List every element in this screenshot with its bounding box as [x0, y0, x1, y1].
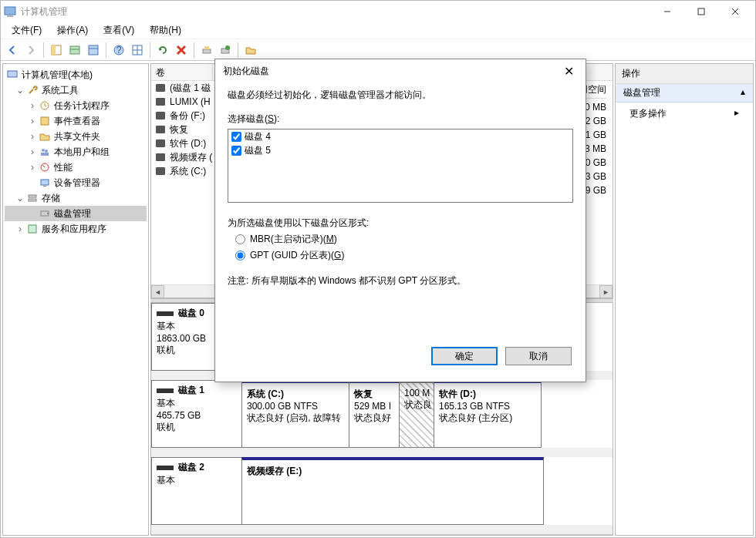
partition-name: 恢复 [354, 388, 394, 401]
tree-eventviewer[interactable]: ›事件查看器 [5, 113, 147, 129]
volume-name: 视频缓存 ( [170, 151, 212, 164]
properties-button[interactable] [66, 42, 83, 59]
maximize-button[interactable] [684, 1, 718, 22]
submenu-arrow-icon: ▸ [734, 107, 739, 118]
collapse-icon[interactable]: ⌄ [15, 193, 25, 203]
partition-name: 视频缓存 (E:) [247, 465, 538, 478]
volume-name: LUMIX (H [170, 96, 211, 107]
refresh-button[interactable] [154, 42, 171, 59]
partition[interactable]: 软件 (D:)165.13 GB NTFS状态良好 (主分区) [434, 380, 542, 448]
partition-status: 状态良好 (启动, 故障转 [247, 412, 344, 425]
disk-row[interactable]: 磁盘 2基本视频缓存 (E:) [151, 457, 613, 534]
titlebar: 计算机管理 [1, 1, 755, 22]
partition-status: 状态良好 [354, 412, 394, 425]
mbr-label: MBR(主启动记录)(M) [250, 233, 337, 246]
partition-area: 系统 (C:)300.00 GB NTFS状态良好 (启动, 故障转恢复529 … [242, 380, 613, 448]
volume-name: (磁盘 1 磁 [170, 82, 211, 95]
action-button-2[interactable] [217, 42, 234, 59]
expand-icon[interactable]: › [15, 224, 25, 234]
detail-button[interactable] [129, 42, 146, 59]
disk-row[interactable]: 磁盘 1基本465.75 GB联机系统 (C:)300.00 GB NTFS状态… [151, 380, 613, 457]
tree-pane[interactable]: 计算机管理(本地) ⌄系统工具 ›任务计划程序 ›事件查看器 ›共享文件夹 ›本… [2, 63, 149, 536]
action-button-1[interactable] [198, 42, 215, 59]
partition-style-label: 为所选磁盘使用以下磁盘分区形式: [228, 217, 573, 230]
disk-checkbox[interactable] [231, 132, 241, 142]
show-hide-tree-button[interactable] [48, 42, 65, 59]
actions-pane: 操作 磁盘管理 ▴ 更多操作 ▸ [615, 63, 754, 536]
partition-size: 529 MB I [354, 401, 394, 412]
partition-status: 状态良好 (主分区) [439, 412, 536, 425]
actions-more-label: 更多操作 [629, 108, 667, 119]
cancel-button[interactable]: 取消 [505, 347, 572, 365]
menu-file[interactable]: 文件(F) [4, 22, 49, 39]
tree-scheduler[interactable]: ›任务计划程序 [5, 98, 147, 113]
tree-storage[interactable]: ⌄存储 [5, 190, 147, 206]
open-button[interactable] [242, 42, 259, 59]
collapse-arrow-icon: ▴ [741, 86, 745, 99]
menu-help[interactable]: 帮助(H) [142, 22, 189, 39]
gpt-radio-row[interactable]: GPT (GUID 分区表)(G) [235, 249, 573, 262]
disk-check-row[interactable]: 磁盘 4 [228, 129, 572, 143]
minimize-button[interactable] [650, 1, 684, 22]
tree-services[interactable]: ›服务和应用程序 [5, 221, 147, 237]
disk-label: 磁盘 1 [178, 384, 204, 397]
close-button[interactable] [718, 1, 752, 22]
volume-icon [156, 153, 165, 161]
tree-devicemgr[interactable]: 设备管理器 [5, 175, 147, 190]
toolbar-separator [106, 42, 106, 58]
svg-rect-10 [89, 45, 98, 55]
view-button[interactable] [85, 42, 102, 59]
forward-button[interactable] [22, 42, 39, 59]
partition[interactable]: 视频缓存 (E:) [241, 457, 544, 525]
dialog-close-button[interactable]: ✕ [559, 64, 578, 79]
gpt-radio[interactable] [235, 251, 245, 261]
disk-check-row[interactable]: 磁盘 5 [228, 143, 572, 157]
scroll-right-icon[interactable]: ► [599, 285, 613, 298]
expand-icon[interactable]: › [28, 162, 37, 173]
actions-more[interactable]: 更多操作 ▸ [616, 103, 753, 125]
disk-checklist[interactable]: 磁盘 4 磁盘 5 [228, 129, 573, 203]
delete-button[interactable] [173, 42, 190, 59]
disk-info[interactable]: 磁盘 2基本 [151, 457, 242, 525]
tree-label: 存储 [42, 192, 60, 205]
tree-diskmgmt[interactable]: 磁盘管理 [5, 206, 147, 221]
dialog-titlebar: 初始化磁盘 ✕ [215, 59, 586, 82]
disk-checkbox[interactable] [231, 146, 241, 156]
disk-status: 联机 [157, 421, 237, 434]
ok-button[interactable]: 确定 [431, 347, 498, 365]
collapse-icon[interactable]: ⌄ [15, 85, 25, 96]
tree-localusers[interactable]: ›本地用户和组 [5, 144, 147, 160]
mbr-radio-row[interactable]: MBR(主启动记录)(M) [235, 233, 573, 246]
tree-root[interactable]: 计算机管理(本地) [5, 67, 147, 82]
disk-info[interactable]: 磁盘 1基本465.75 GB联机 [151, 380, 242, 448]
svg-point-27 [45, 150, 48, 153]
legend: 未分配 主分区 [151, 534, 613, 536]
svg-point-26 [42, 149, 45, 152]
expand-icon[interactable]: › [28, 131, 37, 142]
volume-icon [156, 140, 165, 147]
partition[interactable]: 恢复529 MB I状态良好 [349, 380, 400, 448]
disk-check-label: 磁盘 4 [245, 130, 271, 143]
help-button[interactable]: ? [110, 42, 127, 59]
menu-action[interactable]: 操作(A) [49, 22, 96, 39]
tree-performance[interactable]: ›性能 [5, 160, 147, 175]
dialog-title: 初始化磁盘 [223, 65, 559, 78]
menu-view[interactable]: 查看(V) [96, 22, 142, 39]
computer-icon [6, 69, 19, 81]
partition[interactable]: 100 M状态良 [399, 380, 434, 448]
partition[interactable]: 系统 (C:)300.00 GB NTFS状态良好 (启动, 故障转 [241, 380, 349, 448]
scroll-left-icon[interactable]: ◄ [151, 285, 164, 298]
back-button[interactable] [4, 42, 21, 59]
disk-icon [39, 207, 51, 220]
expand-icon[interactable]: › [28, 146, 37, 157]
mbr-radio[interactable] [235, 234, 245, 244]
expand-icon[interactable]: › [28, 116, 37, 126]
partition-name: 软件 (D:) [439, 388, 536, 401]
tree-systools[interactable]: ⌄系统工具 [5, 82, 147, 98]
expand-icon[interactable]: › [28, 100, 37, 111]
actions-section[interactable]: 磁盘管理 ▴ [616, 84, 753, 103]
tree-root-label: 计算机管理(本地) [22, 69, 93, 82]
svg-rect-23 [8, 71, 17, 77]
col-volume[interactable]: 卷 [151, 64, 213, 80]
tree-sharedfolders[interactable]: ›共享文件夹 [5, 129, 147, 144]
